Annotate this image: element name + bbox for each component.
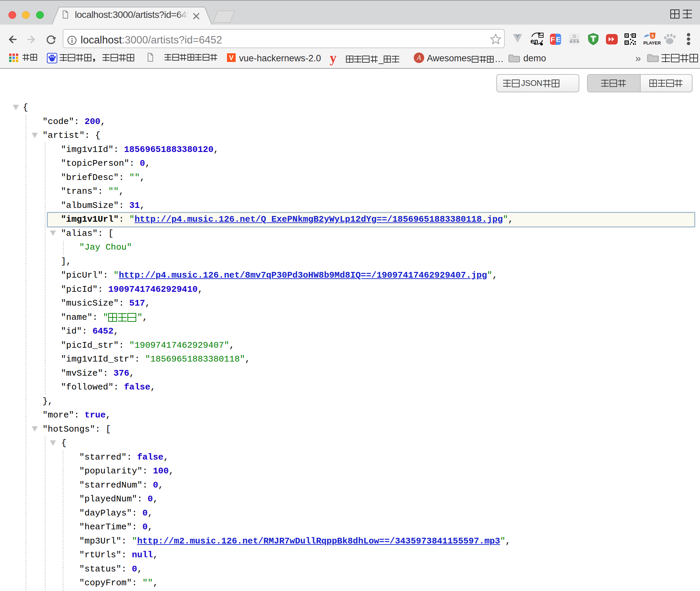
svg-text:5: 5 [651,33,654,38]
